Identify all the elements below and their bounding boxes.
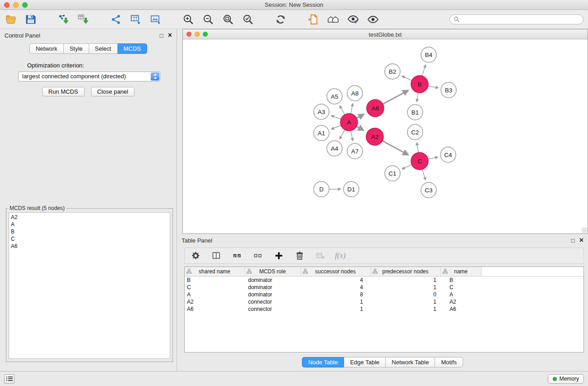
new-network-button[interactable]: [110, 13, 122, 26]
export-table-button[interactable]: [129, 13, 142, 26]
mcds-result-item[interactable]: A: [11, 221, 168, 228]
node-A3[interactable]: A3: [314, 104, 329, 119]
table-tab-edge-table[interactable]: Edge Table: [344, 357, 386, 367]
table-row[interactable]: Bdominator41B: [185, 276, 583, 284]
home-view-button[interactable]: [327, 13, 339, 26]
save-session-button[interactable]: [24, 13, 37, 26]
import-network-button[interactable]: [57, 13, 70, 26]
table-tab-motifs[interactable]: Motifs: [435, 357, 463, 367]
node-A6[interactable]: A6: [367, 100, 384, 117]
edge-A6-B[interactable]: [383, 90, 409, 104]
node-A[interactable]: A: [340, 114, 358, 131]
table-tab-node-table[interactable]: Node Table: [302, 357, 344, 367]
search-input[interactable]: [462, 16, 579, 23]
float-table-panel-icon[interactable]: □: [571, 238, 575, 243]
node-A5[interactable]: A5: [327, 89, 342, 104]
network-canvas[interactable]: B4B2BB3A5A8A6A3B1AC2A1A2A4A7C4CC1DD1C3: [183, 40, 588, 234]
delete-column-button[interactable]: [293, 249, 306, 262]
tab-select[interactable]: Select: [89, 43, 118, 54]
node-B3[interactable]: B3: [441, 82, 456, 98]
import-table-button[interactable]: [77, 13, 90, 26]
node-C4[interactable]: C4: [440, 147, 456, 162]
edge-A-A2[interactable]: [357, 126, 364, 130]
column-header-successor-nodes[interactable]: successor nodes: [301, 267, 370, 276]
edge-C-C3[interactable]: [422, 169, 425, 180]
edge-A-A5[interactable]: [339, 105, 344, 114]
node-A7[interactable]: A7: [347, 143, 363, 159]
edge-C-C4[interactable]: [428, 157, 438, 159]
create-column-button[interactable]: [272, 249, 285, 262]
visual-properties-button[interactable]: [347, 13, 359, 26]
function-builder-button[interactable]: f(x): [335, 251, 346, 260]
search-box[interactable]: [449, 14, 583, 24]
mcds-result-item[interactable]: B: [11, 228, 168, 235]
mcds-result-item[interactable]: A2: [11, 214, 168, 221]
export-image-button[interactable]: [149, 13, 162, 26]
node-B4[interactable]: B4: [421, 47, 436, 62]
table-tab-network-table[interactable]: Network Table: [386, 357, 435, 367]
node-D[interactable]: D: [314, 181, 329, 197]
show-columns-button[interactable]: [210, 249, 223, 262]
edge-C-C2[interactable]: [417, 143, 419, 152]
edge-C-C1[interactable]: [402, 165, 412, 169]
style-file-button[interactable]: [307, 13, 320, 26]
node-D1[interactable]: D1: [344, 181, 359, 197]
float-panel-icon[interactable]: □: [160, 33, 163, 38]
node-C3[interactable]: C3: [421, 182, 436, 198]
node-B[interactable]: B: [411, 76, 428, 93]
open-session-button[interactable]: [5, 13, 17, 26]
deselect-all-rows-button[interactable]: [252, 249, 264, 262]
edge-A-A4[interactable]: [339, 130, 345, 139]
memory-button[interactable]: Memory: [548, 374, 584, 384]
edge-B-B4[interactable]: [422, 65, 426, 76]
edge-A-A6[interactable]: [357, 114, 364, 118]
column-header-predecessor-nodes[interactable]: predecessor nodes: [370, 267, 440, 276]
node-C2[interactable]: C2: [407, 124, 423, 140]
table-row[interactable]: Cdominator41C: [185, 284, 583, 291]
column-header-MCDS-role[interactable]: MCDS role: [244, 267, 301, 276]
tab-style[interactable]: Style: [64, 43, 89, 54]
select-all-rows-button[interactable]: [231, 249, 244, 262]
zoom-out-button[interactable]: [202, 13, 215, 26]
column-header-shared-name[interactable]: shared name: [185, 267, 244, 276]
table-row[interactable]: A2connector11A2: [185, 298, 583, 305]
apply-layout-button[interactable]: [274, 13, 287, 26]
close-table-panel-icon[interactable]: ×: [579, 237, 583, 244]
mcds-result-item[interactable]: A6: [11, 243, 168, 250]
run-mcds-button[interactable]: Run MCDS: [42, 87, 85, 96]
node-A1[interactable]: A1: [314, 125, 329, 141]
edge-B-B3[interactable]: [428, 86, 439, 88]
window-resize-grip[interactable]: [582, 228, 587, 233]
edge-A-A1[interactable]: [331, 125, 341, 129]
criterion-dropdown[interactable]: largest connected component (directed): [18, 71, 160, 81]
edge-B-B2[interactable]: [402, 76, 412, 81]
close-panel-icon[interactable]: ×: [168, 32, 172, 39]
node-A4[interactable]: A4: [327, 141, 342, 156]
show-graphics-details-button[interactable]: [367, 13, 379, 26]
table-row[interactable]: Adominator80A: [185, 291, 583, 298]
node-A2[interactable]: A2: [366, 128, 383, 145]
delete-table-button[interactable]: [314, 249, 327, 262]
zoom-fit-button[interactable]: [222, 13, 234, 26]
mcds-result-list[interactable]: A2ABCA6: [9, 212, 170, 359]
edge-A2-C[interactable]: [382, 141, 409, 155]
edge-A-A8[interactable]: [351, 104, 353, 114]
edge-A-A7[interactable]: [351, 131, 353, 141]
node-B2[interactable]: B2: [385, 64, 400, 79]
column-header-name[interactable]: name: [440, 267, 481, 276]
tab-network[interactable]: Network: [29, 43, 64, 54]
zoom-selected-button[interactable]: [242, 13, 254, 26]
node-C[interactable]: C: [411, 152, 428, 170]
table-row[interactable]: A6connector11A6: [185, 305, 583, 313]
tab-mcds[interactable]: MCDS: [118, 43, 147, 54]
node-C1[interactable]: C1: [385, 166, 400, 181]
table-settings-button[interactable]: [189, 249, 202, 262]
edge-A-A3[interactable]: [331, 115, 341, 119]
zoom-in-button[interactable]: [182, 13, 195, 26]
mcds-result-item[interactable]: C: [11, 235, 168, 243]
close-panel-button[interactable]: Close panel: [91, 87, 135, 96]
edge-B-B1[interactable]: [417, 93, 418, 102]
task-history-button[interactable]: [4, 374, 14, 384]
node-B1[interactable]: B1: [407, 105, 423, 120]
node-A8[interactable]: A8: [347, 86, 363, 101]
